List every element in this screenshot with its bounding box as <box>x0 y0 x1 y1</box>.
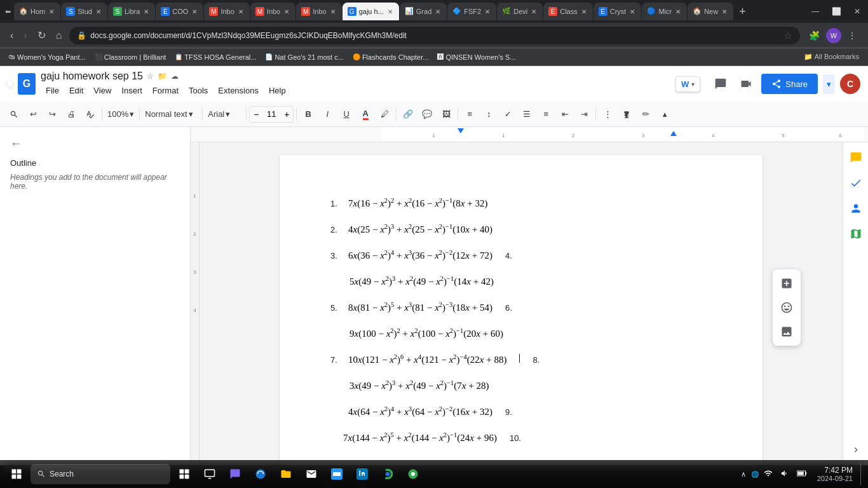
right-panel-expand[interactable] <box>846 440 866 460</box>
indent-increase-button[interactable]: ⇥ <box>575 105 593 123</box>
tab-stud[interactable]: S Stud ✕ <box>61 3 107 20</box>
floating-image-button[interactable] <box>775 320 798 343</box>
suggestions-button[interactable]: ▴ <box>656 105 674 123</box>
tab-inbox1-close[interactable]: ✕ <box>237 7 245 17</box>
tab-home-close[interactable]: ✕ <box>48 7 55 17</box>
tab-class-close[interactable]: ✕ <box>580 7 588 17</box>
taskbar-icon-linkedin[interactable] <box>351 463 374 485</box>
bookmark-star-icon[interactable]: ☆ <box>784 30 792 41</box>
align-button[interactable]: ≡ <box>461 105 478 123</box>
system-tray[interactable]: ∧ 🌐 <box>738 468 810 480</box>
tab-inbox1[interactable]: M Inbo ✕ <box>204 3 249 20</box>
taskbar-volume-icon[interactable] <box>778 468 792 480</box>
pencil-mode-button[interactable]: ✏ <box>637 105 654 123</box>
underline-button[interactable]: U <box>337 105 355 123</box>
bookmark-flashcards[interactable]: 🟠 Flashcards Chapter... <box>349 52 433 62</box>
browser-minimize[interactable]: — <box>806 4 824 18</box>
right-icon-notes[interactable] <box>846 147 866 168</box>
taskbar-icon-zoom[interactable] <box>325 463 348 485</box>
taskbar-icon-chrome-canary[interactable] <box>402 463 424 485</box>
tab-coo-close[interactable]: ✕ <box>191 7 198 17</box>
all-bookmarks-link[interactable]: 📁 All Bookmarks <box>800 51 863 62</box>
bookmark-natgeo[interactable]: 📄 Nat Geo's 21 most c... <box>261 52 347 62</box>
browser-restore[interactable]: ⬜ <box>827 4 846 18</box>
font-size-increase[interactable]: + <box>280 107 293 122</box>
taskbar-icon-chat[interactable] <box>224 463 247 485</box>
clock-area[interactable]: 7:42 PM 2024-09-21 <box>812 466 858 482</box>
taskbar-battery-icon[interactable] <box>794 468 810 480</box>
search-toolbar-button[interactable] <box>5 105 23 123</box>
font-selector[interactable]: Arial ▾ <box>205 106 243 123</box>
share-button[interactable]: Share <box>761 74 818 94</box>
menu-view[interactable]: View <box>88 83 116 98</box>
link-button[interactable]: 🔗 <box>399 105 417 123</box>
star-icon[interactable]: ☆ <box>147 72 154 81</box>
tab-class[interactable]: E Class ✕ <box>543 3 593 20</box>
taskbar-icon-multitasking[interactable] <box>198 463 221 485</box>
taskbar-icon-widgets[interactable] <box>173 463 196 485</box>
more-toolbar-button[interactable]: ⋮ <box>599 105 616 123</box>
style-selector[interactable]: Normal text ▾ <box>142 106 200 123</box>
menu-insert[interactable]: Insert <box>116 83 147 98</box>
font-size-decrease[interactable]: − <box>250 107 262 122</box>
tab-home[interactable]: 🏠 Hom ✕ <box>14 3 60 20</box>
undo-button[interactable]: ↩ <box>24 105 42 123</box>
browser-min[interactable]: ⬅ <box>3 8 13 16</box>
extensions-icon[interactable]: 🧩 <box>805 28 824 43</box>
tab-stud-close[interactable]: ✕ <box>95 7 102 17</box>
tab-inbox3[interactable]: M Inbo ✕ <box>296 3 341 20</box>
bookmark-tfss[interactable]: 📋 TFSS HOSA General... <box>171 52 260 62</box>
indent-decrease-button[interactable]: ⇤ <box>556 105 574 123</box>
browser-close[interactable]: ✕ <box>849 4 865 18</box>
sidebar-back-button[interactable]: ← <box>10 137 180 151</box>
menu-tools[interactable]: Tools <box>184 83 213 98</box>
tab-cryst[interactable]: E Cryst ✕ <box>593 3 642 20</box>
tab-libra[interactable]: S Libra ✕ <box>108 3 155 20</box>
tab-new-close[interactable]: ✕ <box>721 7 728 17</box>
taskbar-network-icon[interactable] <box>761 468 775 480</box>
redo-button[interactable]: ↪ <box>43 105 61 123</box>
tab-micr[interactable]: 🔵 Micr ✕ <box>642 3 687 20</box>
tab-coo[interactable]: E COO ✕ <box>156 3 203 20</box>
tab-inbox2[interactable]: M Inbo ✕ <box>250 3 295 20</box>
taskbar-up-arrow[interactable]: ∧ <box>738 469 749 480</box>
menu-edit[interactable]: Edit <box>64 83 88 98</box>
menu-help[interactable]: Help <box>264 83 291 98</box>
bookmark-qinsen[interactable]: 🅰 QINSEN Women's S... <box>433 52 519 62</box>
floating-add-button[interactable] <box>775 272 798 295</box>
video-call-icon[interactable] <box>736 74 756 94</box>
highlight-button[interactable]: 🖊 <box>376 105 393 123</box>
comment-button[interactable]: 💬 <box>418 105 436 123</box>
font-size-input[interactable] <box>262 109 280 119</box>
format-clear-button[interactable] <box>618 105 635 123</box>
right-icon-contacts[interactable] <box>846 198 866 219</box>
tab-fsf2-close[interactable]: ✕ <box>484 7 491 17</box>
print-button[interactable]: 🖨 <box>62 105 80 123</box>
taskbar-search-box[interactable]: Search <box>31 464 170 484</box>
nav-home-button[interactable]: ⌂ <box>53 27 65 44</box>
browser-menu-icon[interactable]: ⋮ <box>844 28 860 43</box>
tab-devi[interactable]: 🌿 Devi ✕ <box>497 3 543 20</box>
tab-libra-close[interactable]: ✕ <box>142 7 150 17</box>
bold-button[interactable]: B <box>299 105 317 123</box>
url-bar[interactable]: 🔒 docs.google.com/document/d/1CVpMzl3Ndq… <box>69 27 800 44</box>
taskbar-icon-chrome[interactable] <box>376 463 399 485</box>
zoom-selector[interactable]: 100% ▾ <box>105 106 137 123</box>
tab-new[interactable]: 🏠 New ✕ <box>688 3 733 20</box>
numbered-list-button[interactable]: ≡ <box>537 105 555 123</box>
comments-icon[interactable] <box>710 74 731 94</box>
menu-extensions[interactable]: Extensions <box>213 83 264 98</box>
docs-user-avatar[interactable]: C <box>840 74 860 94</box>
image-button[interactable]: 🖼 <box>437 105 455 123</box>
tab-cryst-close[interactable]: ✕ <box>628 7 636 17</box>
tab-grad[interactable]: 📊 Grad ✕ <box>400 3 447 20</box>
share-dropdown-button[interactable]: ▾ <box>823 74 835 94</box>
tab-fsf2[interactable]: 🔷 FSF2 ✕ <box>447 3 496 20</box>
menu-format[interactable]: Format <box>147 83 184 98</box>
tab-inbox3-close[interactable]: ✕ <box>329 7 337 17</box>
line-spacing-button[interactable]: ↕ <box>480 105 498 123</box>
nav-refresh-button[interactable]: ↻ <box>35 27 48 44</box>
new-tab-button[interactable]: + <box>734 5 751 18</box>
right-icon-tasks[interactable] <box>846 173 866 193</box>
spell-check-button[interactable] <box>81 105 99 123</box>
